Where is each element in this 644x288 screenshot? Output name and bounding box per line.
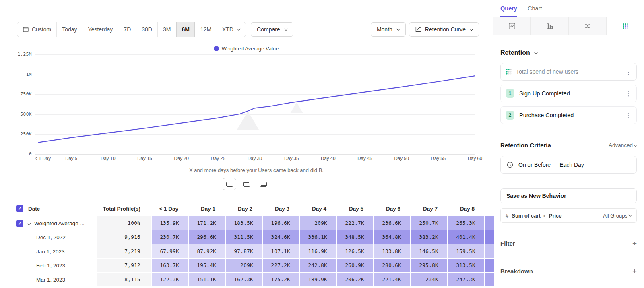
retention-cell[interactable]: 133.8K <box>373 244 410 259</box>
row-checkbox[interactable] <box>16 220 23 227</box>
retention-cell-overflow[interactable] <box>484 244 494 259</box>
layout-table-only-button[interactable] <box>256 178 270 190</box>
advanced-dropdown[interactable]: Advanced <box>609 142 637 148</box>
table-row[interactable]: Weighted Average ...100%135.9K171.2K183.… <box>0 216 493 230</box>
layout-chart-only-button[interactable] <box>239 178 253 190</box>
retention-cell[interactable]: 383.2K <box>410 230 447 244</box>
select-all-checkbox[interactable] <box>16 205 23 212</box>
retention-cell[interactable]: 171.2K <box>188 216 225 230</box>
total-profiles-cell[interactable]: 8,115 <box>97 273 151 287</box>
retention-cell[interactable]: 122.3K <box>151 273 188 287</box>
total-profiles-cell[interactable]: 7,912 <box>97 259 151 273</box>
retention-cell[interactable]: 67.99K <box>151 244 188 259</box>
retention-cell[interactable]: 295.8K <box>410 259 447 273</box>
retention-cell[interactable]: 183.5K <box>225 216 262 230</box>
total-profiles-cell[interactable]: 9,916 <box>97 230 151 244</box>
step-row-2[interactable]: 2 Purchase Completed ⋮ <box>500 106 637 124</box>
retention-cell[interactable]: 247.3K <box>447 273 484 287</box>
range-xtd[interactable]: XTD <box>217 22 246 37</box>
retention-cell[interactable]: 265.3K <box>447 216 484 230</box>
range-custom[interactable]: Custom <box>17 22 56 37</box>
retention-cell[interactable]: 236.6K <box>373 216 410 230</box>
retention-cell[interactable]: 311.5K <box>225 230 262 244</box>
retention-cell[interactable]: 159.5K <box>447 244 484 259</box>
report-tab-retention[interactable] <box>607 17 644 35</box>
table-row[interactable]: Mar 1, 20238,115122.3K151.1K162.3K175.2K… <box>0 273 493 287</box>
chart-plot-area[interactable] <box>35 54 475 154</box>
retention-cell[interactable]: 221.4K <box>373 273 410 287</box>
report-tab-flows[interactable] <box>569 17 607 35</box>
behavior-card[interactable]: Total spend of new users ⋮ <box>500 63 637 81</box>
retention-cell[interactable]: 87.92K <box>188 244 225 259</box>
retention-cell[interactable]: 209K <box>225 259 262 273</box>
retention-cell[interactable]: 126.5K <box>336 244 373 259</box>
retention-cell-overflow[interactable] <box>484 216 494 230</box>
criteria-frequency[interactable]: Each Day <box>559 162 584 168</box>
retention-cell-overflow[interactable] <box>484 259 494 273</box>
measure-row[interactable]: # Sum of cart ▸ Price All Groups <box>500 208 637 223</box>
chart-type-button[interactable]: Retention Curve <box>409 22 479 37</box>
range-today[interactable]: Today <box>56 22 82 37</box>
total-profiles-cell[interactable]: 100% <box>97 216 151 230</box>
tab-query[interactable]: Query <box>500 5 517 17</box>
retention-cell[interactable]: 116.9K <box>299 244 336 259</box>
table-row[interactable]: Jan 1, 20237,21967.99K87.92K97.87K107.1K… <box>0 244 493 259</box>
retention-cell[interactable]: 250.7K <box>410 216 447 230</box>
add-breakdown-button[interactable]: + <box>632 267 637 275</box>
expand-chevron-icon[interactable] <box>27 222 31 226</box>
range-12m[interactable]: 12M <box>195 22 217 37</box>
kebab-menu-icon[interactable]: ⋮ <box>625 69 632 75</box>
table-row[interactable]: Feb 1, 20237,912163.7K195.4K209K227.2K24… <box>0 259 493 273</box>
retention-cell[interactable]: 151.1K <box>188 273 225 287</box>
retention-cell[interactable]: 324.6K <box>262 230 299 244</box>
criteria-card[interactable]: On or Before Each Day <box>500 156 637 174</box>
retention-cell[interactable]: 336.1K <box>299 230 336 244</box>
range-6m[interactable]: 6M <box>176 22 194 37</box>
retention-cell[interactable]: 189.9K <box>299 273 336 287</box>
retention-cell-overflow[interactable] <box>484 230 494 244</box>
retention-cell[interactable]: 163.7K <box>151 259 188 273</box>
compare-button[interactable]: Compare <box>251 22 293 37</box>
kebab-menu-icon[interactable]: ⋮ <box>625 112 632 118</box>
retention-cell[interactable]: 280.6K <box>373 259 410 273</box>
granularity-button[interactable]: Month <box>371 22 406 37</box>
retention-cell[interactable]: 107.1K <box>262 244 299 259</box>
retention-cell[interactable]: 222.7K <box>336 216 373 230</box>
range-3m[interactable]: 3M <box>157 22 176 37</box>
add-filter-button[interactable]: + <box>632 240 637 247</box>
step-row-1[interactable]: 1 Sign Up Completed ⋮ <box>500 85 637 102</box>
retention-cell[interactable]: 313.5K <box>447 259 484 273</box>
tab-chart[interactable]: Chart <box>528 5 542 17</box>
retention-cell[interactable]: 162.3K <box>225 273 262 287</box>
retention-cell[interactable]: 135.9K <box>151 216 188 230</box>
total-profiles-cell[interactable]: 7,219 <box>97 244 151 259</box>
retention-cell[interactable]: 234K <box>410 273 447 287</box>
retention-cell[interactable]: 206.2K <box>336 273 373 287</box>
retention-section-header[interactable]: Retention <box>500 49 637 56</box>
retention-cell[interactable]: 242.8K <box>299 259 336 273</box>
table-row[interactable]: Dec 1, 20229,916230.7K296.6K311.5K324.6K… <box>0 230 493 244</box>
retention-cell[interactable]: 348.5K <box>336 230 373 244</box>
range-yesterday[interactable]: Yesterday <box>83 22 118 37</box>
retention-cell[interactable]: 175.2K <box>262 273 299 287</box>
retention-cell[interactable]: 227.2K <box>262 259 299 273</box>
retention-cell[interactable]: 196.6K <box>262 216 299 230</box>
report-tab-funnels[interactable] <box>531 17 569 35</box>
retention-cell-overflow[interactable] <box>484 273 494 287</box>
retention-cell[interactable]: 97.87K <box>225 244 262 259</box>
retention-cell[interactable]: 260.9K <box>336 259 373 273</box>
layout-split-button[interactable] <box>223 178 236 190</box>
report-tab-insights[interactable] <box>493 17 531 35</box>
retention-cell[interactable]: 195.4K <box>188 259 225 273</box>
retention-cell[interactable]: 209K <box>299 216 336 230</box>
retention-cell[interactable]: 401.4K <box>447 230 484 244</box>
retention-cell[interactable]: 364.8K <box>373 230 410 244</box>
criteria-condition[interactable]: On or Before <box>518 162 551 168</box>
retention-cell[interactable]: 230.7K <box>151 230 188 244</box>
all-groups-dropdown[interactable]: All Groups <box>603 213 632 219</box>
kebab-menu-icon[interactable]: ⋮ <box>625 91 632 97</box>
save-behavior-button[interactable]: Save as New Behavior <box>500 188 637 203</box>
retention-cell[interactable]: 146.5K <box>410 244 447 259</box>
retention-cell[interactable]: 296.6K <box>188 230 225 244</box>
range-7d[interactable]: 7D <box>118 22 136 37</box>
